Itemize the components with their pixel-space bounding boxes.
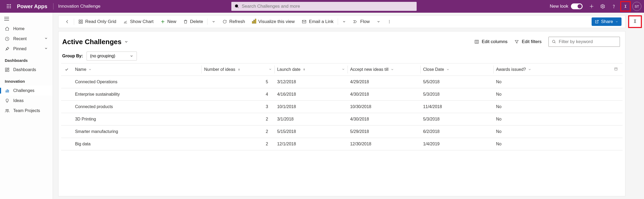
cell-close: 5/5/2018 [420, 76, 493, 88]
table-row[interactable]: Smarter manufacturing 2 5/15/2018 5/29/2… [61, 126, 623, 138]
cell-overflow[interactable] [611, 126, 623, 138]
svg-rect-31 [79, 22, 80, 24]
cell-overflow[interactable] [611, 138, 623, 150]
gear-icon[interactable] [598, 2, 607, 11]
svg-rect-19 [5, 68, 7, 70]
cell-accept: 4/29/2018 [348, 76, 421, 88]
column-header-name[interactable]: Name [72, 63, 201, 76]
sidebar-item-challenges[interactable]: Challenges [0, 86, 53, 96]
view-selector[interactable]: Active Challenges [62, 38, 128, 46]
global-search[interactable] [231, 2, 417, 11]
column-header-close[interactable]: Close Date [420, 63, 493, 76]
divider [74, 18, 74, 25]
sidebar-item-home[interactable]: Home [0, 24, 53, 34]
sidebar-item-label: Recent [13, 36, 27, 41]
table-row[interactable]: Big data 2 12/1/2018 12/30/2018 1/4/2019… [61, 138, 623, 150]
cell-name: 3D Printing [72, 113, 201, 126]
help-icon[interactable] [609, 2, 619, 11]
row-checkbox[interactable] [61, 113, 72, 126]
group-by-dropdown[interactable]: (no grouping) [87, 52, 137, 61]
keyword-filter[interactable] [548, 37, 620, 47]
cell-overflow[interactable] [611, 113, 623, 126]
svg-point-28 [7, 109, 9, 111]
chevron-down-icon [446, 68, 449, 71]
select-all-checkbox[interactable] [61, 63, 72, 76]
cell-launch: 3/12/2018 [274, 76, 348, 88]
cell-overflow[interactable] [611, 88, 623, 101]
cell-name: Smarter manufacturing [72, 126, 201, 138]
brand-label[interactable]: Power Apps [15, 3, 52, 10]
sidebar-item-pinned[interactable]: Pinned [0, 44, 53, 54]
avatar[interactable]: ST [632, 2, 641, 11]
flow-chevron[interactable] [374, 18, 383, 25]
svg-point-9 [235, 4, 238, 7]
cell-name: Enterprise sustainability [72, 88, 201, 101]
row-checkbox[interactable] [61, 126, 72, 138]
chevron-down-icon [391, 68, 394, 71]
chevron-down-icon[interactable] [269, 67, 272, 72]
table-row[interactable]: Connected products 3 10/1/2018 10/30/201… [61, 101, 623, 113]
cell-accept: 10/30/2018 [348, 101, 421, 113]
table-row[interactable]: Connected Operations 5 3/12/2018 4/29/20… [61, 76, 623, 88]
flow-button[interactable]: Flow [350, 17, 372, 26]
svg-rect-6 [7, 7, 8, 8]
edit-columns-button[interactable]: Edit columns [474, 39, 507, 44]
copilot-icon[interactable] [622, 3, 629, 10]
challenges-icon [5, 88, 10, 93]
delete-split-chevron[interactable] [209, 18, 218, 25]
chevron-down-icon [44, 47, 48, 51]
delete-button[interactable]: Delete [181, 17, 206, 26]
email-split-chevron[interactable] [340, 18, 349, 25]
new-button[interactable]: New [158, 17, 179, 26]
cell-launch: 4/16/2018 [274, 88, 348, 101]
row-checkbox[interactable] [61, 138, 72, 150]
chevron-down-icon [88, 68, 92, 71]
share-button[interactable]: Share [592, 17, 622, 26]
cell-overflow[interactable] [611, 101, 623, 113]
svg-rect-3 [7, 6, 8, 7]
edit-filters-button[interactable]: Edit filters [514, 39, 542, 44]
new-look-toggle[interactable]: New look [550, 3, 583, 9]
keyword-filter-input[interactable] [559, 39, 616, 44]
app-launcher-icon[interactable] [3, 4, 15, 8]
search-icon [552, 40, 556, 44]
table-row[interactable]: 3D Printing 2 3/1/2018 4/30/2018 5/3/201… [61, 113, 623, 126]
table-row[interactable]: Enterprise sustainability 4 4/16/2018 4/… [61, 88, 623, 101]
svg-point-27 [6, 109, 7, 111]
column-header-accept[interactable]: Accept new ideas till [348, 63, 421, 76]
global-search-input[interactable] [242, 4, 413, 9]
row-checkbox[interactable] [61, 101, 72, 113]
copilot-icon[interactable] [632, 18, 638, 25]
view-panel: Active Challenges Edit columns Edit filt… [58, 31, 625, 196]
svg-rect-4 [8, 6, 9, 7]
visualize-button[interactable]: Visualize this view [249, 17, 298, 26]
row-checkbox[interactable] [61, 76, 72, 88]
cell-overflow[interactable] [611, 76, 623, 88]
sidebar-item-ideas[interactable]: Ideas [0, 96, 53, 106]
cell-awards: No [493, 88, 611, 101]
show-chart-button[interactable]: Show Chart [120, 17, 156, 26]
column-header-num-ideas[interactable]: Number of ideas [201, 63, 274, 76]
column-header-launch[interactable]: Launch date [274, 63, 348, 76]
add-icon[interactable] [587, 2, 596, 11]
sidebar-item-recent[interactable]: Recent [0, 34, 53, 44]
svg-rect-25 [8, 90, 9, 92]
chevron-down-icon [124, 40, 128, 44]
svg-point-41 [389, 23, 390, 23]
app-name[interactable]: Innovation Challenge [55, 4, 104, 9]
chevron-down-icon[interactable] [342, 67, 345, 72]
email-link-button[interactable]: Email a Link [299, 17, 336, 26]
column-header-awards[interactable]: Awards issued? [493, 63, 611, 76]
hamburger-icon[interactable] [0, 15, 53, 24]
row-checkbox[interactable] [61, 88, 72, 101]
svg-rect-29 [79, 20, 80, 21]
refresh-button[interactable]: Refresh [220, 17, 248, 26]
sidebar-item-team-projects[interactable]: Team Projects [0, 106, 53, 116]
back-button[interactable] [62, 18, 72, 26]
overflow-menu[interactable] [385, 18, 394, 25]
read-only-grid-button[interactable]: Read Only Grid [76, 17, 119, 26]
sort-asc-icon [303, 68, 306, 71]
cell-num-ideas: 4 [201, 88, 274, 101]
sidebar-item-dashboards[interactable]: Dashboards [0, 65, 53, 75]
column-overflow[interactable] [611, 63, 623, 76]
